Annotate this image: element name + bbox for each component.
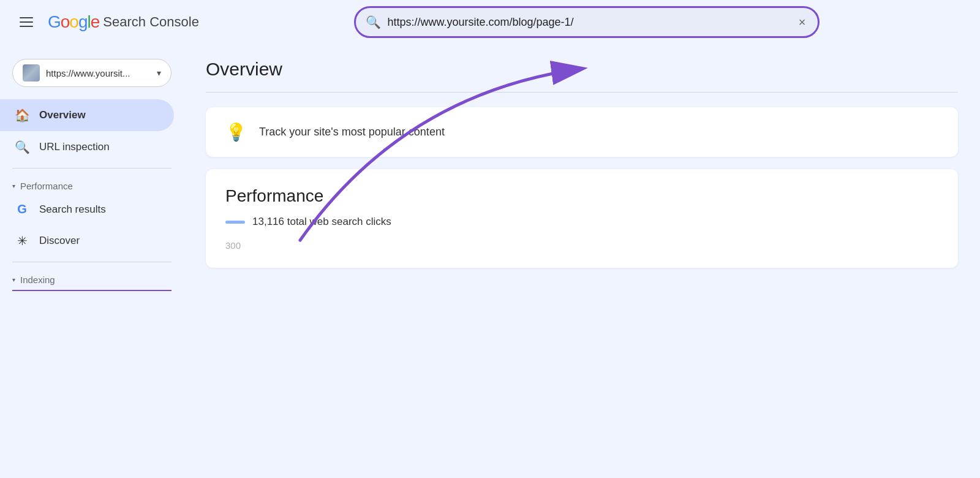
- logo-letter-g2: g: [78, 12, 88, 31]
- chevron-down-icon: ▾: [157, 68, 161, 78]
- chart-y-label: 300: [225, 240, 938, 251]
- url-search-input[interactable]: [387, 16, 790, 29]
- purple-divider: [12, 290, 172, 291]
- track-card-text: Track your site's most popular content: [259, 126, 445, 138]
- search-icon: 🔍: [366, 15, 381, 29]
- sidebar-item-label-url-inspection: URL inspection: [39, 141, 110, 153]
- search-clear-button[interactable]: ×: [796, 13, 809, 32]
- performance-stat: 13,116 total web search clicks: [225, 216, 938, 228]
- sidebar-item-label-overview: Overview: [39, 109, 86, 121]
- search-bar-wrapper: 🔍 ×: [209, 6, 965, 38]
- lightbulb-icon: 💡: [225, 122, 247, 142]
- nav-divider-1: [12, 168, 172, 169]
- site-favicon: [23, 64, 40, 82]
- site-name-label: https://www.yoursit...: [46, 68, 151, 78]
- logo-area: Google Search Console: [48, 12, 199, 32]
- logo-letter-o2: o: [69, 12, 78, 31]
- main-layout: https://www.yoursit... ▾ 🏠 Overview 🔍 UR…: [0, 44, 980, 478]
- page-title: Overview: [206, 59, 958, 80]
- app-header: Google Search Console 🔍 ×: [0, 0, 980, 44]
- performance-title: Performance: [225, 186, 938, 206]
- track-card: 💡 Track your site's most popular content: [206, 107, 958, 157]
- sidebar: https://www.yoursit... ▾ 🏠 Overview 🔍 UR…: [0, 44, 184, 478]
- sidebar-item-url-inspection[interactable]: 🔍 URL inspection: [0, 131, 174, 163]
- google-g-icon: G: [15, 202, 29, 216]
- hamburger-line: [20, 26, 33, 27]
- section-label-indexing: Indexing: [20, 275, 55, 285]
- discover-icon: ✳: [15, 233, 29, 248]
- site-favicon-image: [23, 64, 40, 82]
- performance-stat-text: 13,116 total web search clicks: [252, 216, 391, 228]
- logo-letter-g: G: [48, 12, 61, 31]
- logo-letter-o1: o: [61, 12, 70, 31]
- content-divider: [206, 92, 958, 93]
- triangle-icon-indexing: ▾: [12, 276, 15, 283]
- triangle-icon: ▾: [12, 183, 15, 189]
- sidebar-item-search-results[interactable]: G Search results: [0, 194, 174, 225]
- nav-divider-2: [12, 262, 172, 262]
- hamburger-line: [20, 17, 33, 18]
- url-search-bar: 🔍 ×: [354, 6, 820, 38]
- hamburger-line: [20, 21, 33, 23]
- overview-icon: 🏠: [15, 108, 29, 123]
- search-magnifier-icon: 🔍: [15, 140, 29, 154]
- sidebar-section-performance[interactable]: ▾ Performance: [0, 173, 184, 194]
- performance-card: Performance 13,116 total web search clic…: [206, 169, 958, 268]
- sidebar-item-overview[interactable]: 🏠 Overview: [0, 99, 174, 131]
- main-content: Overview 💡 Track your site's most popula…: [184, 44, 980, 478]
- logo-letter-e: e: [91, 12, 100, 31]
- site-selector[interactable]: https://www.yoursit... ▾: [12, 59, 172, 87]
- sidebar-item-discover[interactable]: ✳ Discover: [0, 225, 174, 257]
- google-logo: Google: [48, 12, 99, 32]
- hamburger-menu-button[interactable]: [15, 12, 38, 32]
- performance-stat-bar: [225, 221, 245, 224]
- sidebar-item-label-search-results: Search results: [39, 203, 106, 216]
- sidebar-section-indexing[interactable]: ▾ Indexing: [0, 267, 184, 287]
- sidebar-item-label-discover: Discover: [39, 235, 80, 247]
- product-name: Search Console: [103, 14, 199, 30]
- section-label-performance: Performance: [20, 181, 73, 191]
